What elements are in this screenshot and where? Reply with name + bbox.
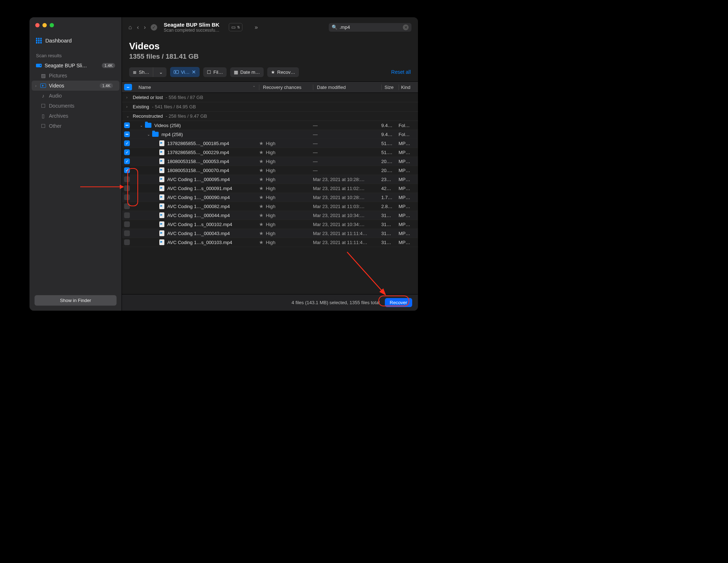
file-filter[interactable]: ☐ Fil… bbox=[203, 67, 227, 77]
dashboard-link[interactable]: Dashboard bbox=[29, 37, 122, 44]
file-name: AVC Coding 1…_000044.mp4 bbox=[167, 213, 259, 218]
other-icon: ☐ bbox=[40, 123, 46, 129]
star-icon: ★ bbox=[259, 167, 264, 173]
minimize-icon[interactable] bbox=[42, 23, 47, 27]
table-row[interactable]: AVC Coding 1…_000090.mp4★HighMar 23, 202… bbox=[122, 193, 418, 202]
page-title: Videos bbox=[129, 41, 411, 52]
file-size: 31… bbox=[381, 231, 399, 236]
column-kind[interactable]: Kind bbox=[399, 85, 414, 90]
file-size: 51.… bbox=[381, 141, 399, 146]
date-modified: Mar 23, 2021 at 11:11:4… bbox=[313, 231, 381, 236]
sidebar-item-archives[interactable]: ▯ Archives bbox=[29, 111, 122, 121]
table-row[interactable]: ✓18080053158…_000070.mp4★High—20.…MP… bbox=[122, 166, 418, 175]
annotation-box bbox=[127, 168, 138, 206]
show-filter[interactable]: ≣Sh… ⌄ bbox=[129, 67, 167, 77]
table-row[interactable]: AVC Coding 1…_000095.mp4★HighMar 23, 202… bbox=[122, 175, 418, 184]
file-kind: MP… bbox=[399, 159, 414, 164]
back-icon[interactable]: ‹ bbox=[137, 24, 139, 31]
reset-filters-link[interactable]: Reset all bbox=[391, 69, 411, 75]
checkbox[interactable]: ✓ bbox=[124, 158, 130, 164]
sidebar-item-pictures[interactable]: ▨ Pictures bbox=[29, 71, 122, 81]
folder-icon: ▭ bbox=[231, 24, 236, 30]
table-row[interactable]: AVC Coding 1…s_000091.mp4★HighMar 23, 20… bbox=[122, 184, 418, 193]
sidebar-item-label: Videos bbox=[49, 83, 64, 89]
show-in-finder-button[interactable]: Show in Finder bbox=[35, 295, 117, 306]
checkbox[interactable]: ✓ bbox=[124, 140, 130, 146]
file-kind: MP… bbox=[399, 231, 414, 236]
star-icon: ★ bbox=[259, 176, 264, 182]
search-box[interactable]: 🔍 ✕ bbox=[329, 23, 411, 32]
home-icon[interactable]: ⌂ bbox=[128, 24, 132, 31]
search-input[interactable] bbox=[340, 24, 401, 30]
table-row[interactable]: ✓13782865855…_000229.mp4★High—51.…MP… bbox=[122, 148, 418, 157]
group-existing[interactable]: › Existing - 541 files / 84.95 GB bbox=[122, 102, 418, 112]
group-deleted[interactable]: › Deleted or lost - 556 files / 87 GB bbox=[122, 93, 418, 102]
sidebar-item-label: Documents bbox=[49, 103, 74, 109]
star-icon: ★ bbox=[259, 140, 264, 146]
column-recovery[interactable]: Recovery chances bbox=[259, 85, 313, 90]
more-icon[interactable]: » bbox=[255, 24, 258, 31]
date-filter[interactable]: ▦ Date m… bbox=[230, 67, 264, 77]
table-row[interactable]: AVC Coding 1…s_000103.mp4★HighMar 23, 20… bbox=[122, 238, 418, 247]
sidebar-item-audio[interactable]: ♪ Audio bbox=[29, 91, 122, 101]
folder-nav[interactable]: ▭ ⇅ bbox=[229, 23, 242, 31]
checkbox[interactable]: ✓ bbox=[124, 149, 130, 155]
checkbox[interactable] bbox=[124, 212, 130, 218]
file-icon bbox=[159, 194, 164, 200]
table-row[interactable]: AVC Coding 1…_000082.mp4★HighMar 23, 202… bbox=[122, 202, 418, 211]
table-row[interactable]: ✓13782865855…_000185.mp4★High—51.…MP… bbox=[122, 139, 418, 148]
table-row[interactable]: AVC Coding 1…s_000102.mp4★HighMar 23, 20… bbox=[122, 220, 418, 229]
checkbox[interactable] bbox=[124, 221, 130, 227]
column-date[interactable]: Date modified bbox=[313, 85, 381, 90]
volume-title: Seagate BUP Slim BK bbox=[164, 22, 219, 28]
sidebar-drive[interactable]: Seagate BUP Sli… 1.4K bbox=[29, 60, 122, 71]
select-all-checkbox[interactable]: − bbox=[124, 84, 132, 90]
video-filter[interactable]: Vi… ✕ bbox=[170, 67, 200, 77]
file-icon bbox=[159, 167, 164, 173]
star-icon: ★ bbox=[259, 221, 264, 227]
clear-search-icon[interactable]: ✕ bbox=[403, 24, 409, 30]
recovery-chance: ★High bbox=[259, 221, 313, 227]
checkbox[interactable] bbox=[124, 230, 130, 236]
column-name[interactable]: Name⌃ bbox=[136, 85, 259, 90]
file-icon bbox=[159, 149, 164, 155]
file-name: 13782865855…_000229.mp4 bbox=[167, 150, 259, 155]
audio-icon: ♪ bbox=[40, 93, 46, 99]
file-size: 20.… bbox=[381, 159, 399, 164]
checkbox[interactable] bbox=[124, 239, 130, 245]
date-modified: — bbox=[313, 150, 381, 155]
maximize-icon[interactable] bbox=[50, 23, 54, 27]
remove-filter-icon[interactable]: ✕ bbox=[192, 69, 196, 75]
group-reconstructed[interactable]: ⌄ Reconstructed - 258 files / 9.47 GB bbox=[122, 112, 418, 121]
star-icon: ★ bbox=[259, 230, 264, 236]
sliders-icon: ≣ bbox=[133, 69, 137, 75]
checkbox[interactable] bbox=[124, 131, 130, 137]
table-row[interactable]: ✓18080053158…_000053.mp4★High—20.…MP… bbox=[122, 157, 418, 166]
table-row[interactable]: AVC Coding 1…_000044.mp4★HighMar 23, 202… bbox=[122, 211, 418, 220]
sidebar: Dashboard Scan results Seagate BUP Sli… … bbox=[29, 17, 122, 311]
column-size[interactable]: Size bbox=[381, 85, 399, 90]
file-size: 23… bbox=[381, 177, 399, 182]
star-icon: ★ bbox=[259, 158, 264, 164]
date-modified: Mar 23, 2021 at 10:28:… bbox=[313, 177, 381, 182]
checkbox[interactable] bbox=[124, 122, 130, 128]
table-row[interactable]: AVC Coding 1…_000043.mp4★HighMar 23, 202… bbox=[122, 229, 418, 238]
sidebar-item-label: Other bbox=[49, 123, 62, 129]
folder-row[interactable]: ⌄ Videos (258) — 9.4… Fol… bbox=[122, 121, 418, 130]
recovery-filter[interactable]: ★ Recov… bbox=[267, 67, 299, 77]
folder-row[interactable]: ⌄ mp4 (258) — 9.4… Fol… bbox=[122, 130, 418, 139]
close-icon[interactable] bbox=[35, 23, 40, 27]
sidebar-item-videos[interactable]: › Videos 1.4K bbox=[32, 81, 119, 91]
file-kind: MP… bbox=[399, 186, 414, 191]
file-size: 42… bbox=[381, 186, 399, 191]
dashboard-icon bbox=[36, 38, 42, 44]
file-name: AVC Coding 1…_000095.mp4 bbox=[167, 177, 259, 182]
recovery-chance: ★High bbox=[259, 167, 313, 173]
sidebar-item-label: Audio bbox=[49, 93, 62, 99]
documents-icon: ☐ bbox=[40, 103, 46, 109]
forward-icon[interactable]: › bbox=[144, 24, 146, 31]
checkmark-circle-icon[interactable]: ✓ bbox=[151, 24, 157, 31]
sidebar-item-other[interactable]: ☐ Other bbox=[29, 121, 122, 131]
sidebar-item-documents[interactable]: ☐ Documents bbox=[29, 101, 122, 111]
recover-button[interactable]: Recover bbox=[385, 298, 412, 307]
